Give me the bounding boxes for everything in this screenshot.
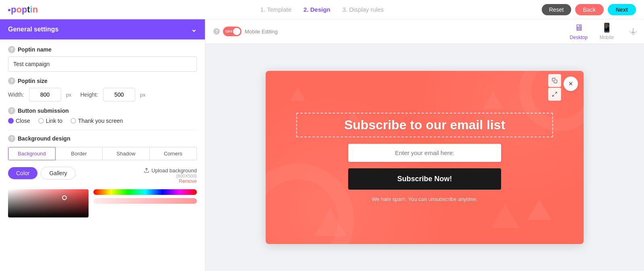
gradient-overlay	[8, 189, 89, 217]
remove-link[interactable]: Remove	[179, 178, 197, 184]
upload-text[interactable]: Upload background	[144, 168, 197, 174]
device-tabs: 🖥 Desktop 📱 Mobile	[570, 23, 614, 40]
desktop-icon: 🖥	[574, 23, 583, 33]
poptin-name-label: ? Poptin name	[8, 46, 197, 53]
chevron-down-icon: ⌄	[191, 25, 197, 34]
top-nav: poptin 1. Template 2. Design 3. Display …	[0, 0, 644, 19]
height-px: px	[140, 92, 146, 98]
svg-line-2	[555, 92, 557, 94]
mobile-editing-help-icon: ?	[213, 28, 220, 35]
mobile-toggle[interactable]: OFF	[223, 27, 242, 36]
radio-close[interactable]: Close	[8, 118, 30, 124]
color-handle[interactable]	[62, 195, 67, 200]
reset-button[interactable]: Reset	[542, 4, 571, 15]
tab-corners[interactable]: Corners	[150, 147, 197, 160]
step-display-rules[interactable]: 3. Display rules	[343, 6, 384, 13]
width-label: Width:	[8, 91, 24, 98]
preview-toolbar: ? OFF Mobile Editing 🖥 Desktop 📱 Mobile …	[205, 19, 644, 44]
button-submission-label: ? Button submission	[8, 107, 197, 114]
main-layout: General settings ⌄ ? Poptin name ? Popti…	[0, 19, 644, 271]
toggle-knob	[233, 28, 240, 35]
preview-canvas: × Subscribe to our email list Subscribe …	[205, 44, 644, 271]
popup-resize-button[interactable]	[548, 88, 561, 101]
upload-row: Color Gallery Upload background (800X500…	[8, 167, 197, 184]
width-px: px	[66, 92, 72, 98]
tab-background[interactable]: Background	[8, 147, 56, 160]
height-input[interactable]	[103, 88, 135, 101]
tab-border[interactable]: Border	[56, 147, 103, 160]
popup-email-input[interactable]	[348, 144, 501, 162]
nav-actions: Reset Back Next	[542, 4, 636, 15]
radio-dot-thankyou	[70, 118, 76, 124]
upload-size: (800X500)	[176, 174, 197, 178]
divider	[8, 130, 197, 130]
step-design[interactable]: 2. Design	[303, 6, 330, 13]
height-label: Height:	[80, 91, 98, 98]
device-tab-desktop[interactable]: 🖥 Desktop	[570, 23, 588, 40]
hue-slider-wrap	[93, 189, 197, 204]
size-row: Width: px Height: px	[8, 88, 197, 101]
mobile-icon: 📱	[601, 23, 612, 33]
radio-thank-you[interactable]: Thank you screen	[70, 118, 123, 124]
width-input[interactable]	[29, 88, 61, 101]
popup-copy-button[interactable]	[548, 74, 561, 87]
step-template[interactable]: 1. Template	[260, 6, 291, 13]
hue-slider[interactable]	[93, 189, 197, 195]
poptin-size-label: ? Poptin size	[8, 77, 197, 85]
device-tab-mobile[interactable]: 📱 Mobile	[600, 23, 614, 40]
section-body: ? Poptin name ? Poptin size Width: px He…	[0, 39, 205, 224]
next-button[interactable]: Next	[608, 4, 636, 15]
popup-submit-button[interactable]: Subscribe Now!	[348, 168, 501, 190]
bg-design-field: ? Background design Background Border Sh…	[8, 135, 197, 160]
section-title: General settings	[8, 26, 58, 33]
section-header[interactable]: General settings ⌄	[0, 19, 205, 39]
alpha-slider[interactable]	[93, 198, 197, 204]
color-gradient[interactable]	[8, 189, 89, 217]
svg-rect-1	[554, 80, 557, 83]
popup-close-button[interactable]: ×	[564, 77, 578, 91]
popup-title: Subscribe to our email list	[309, 118, 540, 132]
resize-icon	[552, 91, 557, 97]
poptin-name-field: ? Poptin name	[8, 46, 197, 72]
color-gallery-row: Color Gallery	[8, 167, 76, 180]
help-icon-name: ?	[8, 46, 15, 53]
logo-dot	[8, 9, 10, 11]
radio-link[interactable]: Link to	[38, 118, 62, 124]
right-area: ? OFF Mobile Editing 🖥 Desktop 📱 Mobile …	[205, 19, 644, 271]
gallery-button[interactable]: Gallery	[41, 167, 75, 180]
help-icon-submission: ?	[8, 107, 15, 114]
help-icon-size: ?	[8, 77, 15, 85]
radio-dot-link	[38, 118, 44, 124]
color-picker	[8, 189, 197, 217]
left-panel: General settings ⌄ ? Poptin name ? Popti…	[0, 19, 205, 271]
copy-icon	[552, 78, 557, 83]
mobile-label: Mobile	[600, 35, 614, 40]
radio-group: Close Link to Thank you screen	[8, 118, 197, 124]
svg-line-3	[553, 95, 554, 96]
bg-tab-row: Background Border Shadow Corners	[8, 147, 197, 160]
popup-fine-print: We hate spam. You can unsubscribe anytim…	[372, 196, 478, 202]
expand-icon[interactable]: ⇲	[627, 26, 638, 37]
upload-link[interactable]: Upload background (800X500) Remove	[144, 168, 197, 184]
toggle-off-label: OFF	[225, 29, 233, 33]
button-submission-field: ? Button submission Close Link to Thank …	[8, 107, 197, 124]
color-button[interactable]: Color	[8, 167, 37, 179]
logo: poptin	[8, 4, 38, 15]
bg-design-label: ? Background design	[8, 135, 197, 142]
desktop-label: Desktop	[570, 35, 588, 40]
tab-shadow[interactable]: Shadow	[103, 147, 150, 160]
steps: 1. Template 2. Design 3. Display rules	[260, 6, 384, 13]
radio-dot-close	[8, 118, 14, 124]
mobile-editing-label: Mobile Editing	[245, 29, 278, 35]
help-icon-bg: ?	[8, 135, 15, 142]
popup-content: Subscribe to our email list Subscribe No…	[266, 71, 584, 244]
toggle-wrap: ? OFF Mobile Editing	[213, 27, 278, 36]
back-button[interactable]: Back	[575, 4, 604, 15]
popup-title-box[interactable]: Subscribe to our email list	[296, 113, 553, 137]
popup-preview: × Subscribe to our email list Subscribe …	[266, 71, 584, 244]
poptin-name-input[interactable]	[8, 56, 197, 72]
poptin-size-field: ? Poptin size Width: px Height: px	[8, 77, 197, 101]
upload-icon	[144, 168, 149, 173]
